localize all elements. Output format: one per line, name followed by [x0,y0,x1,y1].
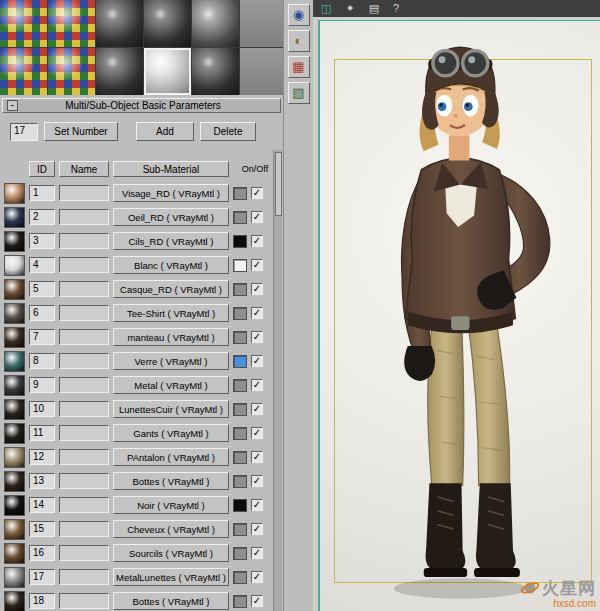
onoff-swatch[interactable] [233,355,247,368]
material-thumb[interactable] [4,351,25,372]
onoff-checkbox[interactable]: ✓ [251,427,263,439]
material-slot[interactable] [48,0,95,47]
onoff-swatch[interactable] [233,523,247,536]
material-slot[interactable] [192,0,239,47]
material-thumb[interactable] [4,447,25,468]
material-slot[interactable] [240,48,283,95]
material-name-field[interactable] [59,497,109,513]
material-name-field[interactable] [59,521,109,537]
material-slot-active[interactable] [144,48,191,95]
submaterial-button[interactable]: Sourcils ( VRayMtl ) [113,544,229,562]
onoff-swatch[interactable] [233,379,247,392]
submaterial-button[interactable]: Bottes ( VRayMtl ) [113,472,229,490]
material-name-field[interactable] [59,281,109,297]
onoff-swatch[interactable] [233,331,247,344]
onoff-swatch[interactable] [233,403,247,416]
onoff-swatch[interactable] [233,211,247,224]
material-count-field[interactable]: 17 [10,123,38,141]
material-name-field[interactable] [59,569,109,585]
onoff-checkbox[interactable]: ✓ [251,523,263,535]
onoff-checkbox[interactable]: ✓ [251,451,263,463]
material-slot[interactable] [144,0,191,47]
submaterial-button[interactable]: Metal ( VRayMtl ) [113,376,229,394]
help-icon[interactable]: ? [393,0,399,17]
scrollbar-thumb[interactable] [275,152,282,216]
onoff-checkbox[interactable]: ✓ [251,331,263,343]
onoff-checkbox[interactable]: ✓ [251,283,263,295]
material-name-field[interactable] [59,233,109,249]
material-thumb[interactable] [4,327,25,348]
material-name-field[interactable] [59,545,109,561]
material-thumb[interactable] [4,543,25,564]
viewport-canvas[interactable] [318,20,600,611]
onoff-swatch[interactable] [233,259,247,272]
rollout-collapse-button[interactable]: - [7,100,18,111]
material-slot[interactable] [192,48,239,95]
material-thumb[interactable] [4,495,25,516]
submaterial-button[interactable]: Blanc ( VRayMtl ) [113,256,229,274]
onoff-swatch[interactable] [233,307,247,320]
onoff-checkbox[interactable]: ✓ [251,259,263,271]
onoff-swatch[interactable] [233,427,247,440]
material-name-field[interactable] [59,473,109,489]
onoff-swatch[interactable] [233,235,247,248]
material-thumb[interactable] [4,567,25,588]
submaterial-button[interactable]: Verre ( VRayMtl ) [113,352,229,370]
panel-scrollbar[interactable] [273,150,282,611]
submaterial-button[interactable]: Visage_RD ( VRayMtl ) [113,184,229,202]
onoff-swatch[interactable] [233,499,247,512]
material-slot[interactable] [48,48,95,95]
material-name-field[interactable] [59,209,109,225]
onoff-swatch[interactable] [233,571,247,584]
submaterial-button[interactable]: Cils_RD ( VRayMtl ) [113,232,229,250]
material-name-field[interactable] [59,329,109,345]
onoff-swatch[interactable] [233,187,247,200]
onoff-swatch[interactable] [233,547,247,560]
onoff-checkbox[interactable]: ✓ [251,547,263,559]
submaterial-button[interactable]: manteau ( VRayMtl ) [113,328,229,346]
material-name-field[interactable] [59,593,109,609]
material-thumb[interactable] [4,255,25,276]
onoff-checkbox[interactable]: ✓ [251,355,263,367]
material-name-field[interactable] [59,353,109,369]
material-slot[interactable] [0,0,47,47]
material-thumb[interactable] [4,183,25,204]
material-thumb[interactable] [4,303,25,324]
column-submaterial-button[interactable]: Sub-Material [113,161,229,177]
background-icon[interactable]: ▦ [288,56,310,78]
material-thumb[interactable] [4,471,25,492]
options-icon[interactable]: ▧ [288,82,310,104]
material-thumb[interactable] [4,279,25,300]
submaterial-button[interactable]: Tee-Shirt ( VRayMtl ) [113,304,229,322]
layers-icon[interactable]: ▤ [369,0,379,17]
submaterial-button[interactable]: Oeil_RD ( VRayMtl ) [113,208,229,226]
onoff-checkbox[interactable]: ✓ [251,211,263,223]
rollout-header[interactable]: - Multi/Sub-Object Basic Parameters [2,98,281,113]
submaterial-button[interactable]: Bottes ( VRayMtl ) [113,592,229,610]
material-slot[interactable] [240,0,283,47]
sample-type-icon[interactable]: ◉ [288,4,310,26]
submaterial-button[interactable]: Cheveux ( VRayMtl ) [113,520,229,538]
onoff-swatch[interactable] [233,283,247,296]
schematic-view-icon[interactable]: ◫ [321,0,331,17]
material-thumb[interactable] [4,519,25,540]
material-name-field[interactable] [59,401,109,417]
material-name-field[interactable] [59,449,109,465]
onoff-checkbox[interactable]: ✓ [251,403,263,415]
material-name-field[interactable] [59,257,109,273]
material-slot[interactable] [96,48,143,95]
material-slot[interactable] [0,48,47,95]
onoff-swatch[interactable] [233,475,247,488]
submaterial-button[interactable]: MetalLunettes ( VRayMtl ) [113,568,229,586]
set-number-button[interactable]: Set Number [44,122,118,141]
material-thumb[interactable] [4,399,25,420]
material-name-field[interactable] [59,425,109,441]
material-thumb[interactable] [4,423,25,444]
column-id-button[interactable]: ID [29,161,55,177]
onoff-checkbox[interactable]: ✓ [251,187,263,199]
material-name-field[interactable] [59,185,109,201]
add-button[interactable]: Add [136,122,194,141]
column-name-button[interactable]: Name [59,161,109,177]
onoff-checkbox[interactable]: ✓ [251,595,263,607]
backlight-icon[interactable]: ◐ [288,30,310,52]
